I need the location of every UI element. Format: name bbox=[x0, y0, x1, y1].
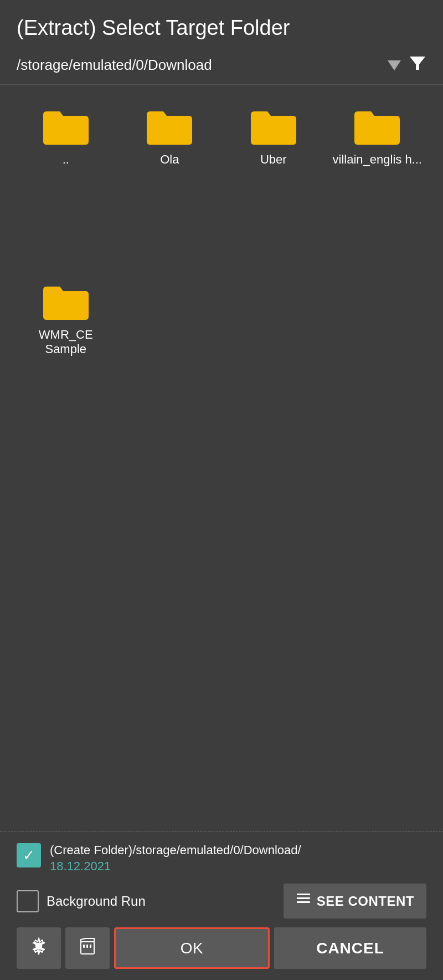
svg-rect-7 bbox=[83, 945, 85, 948]
folder-name-villain: villain_englis h... bbox=[333, 152, 422, 167]
path-dropdown-arrow[interactable] bbox=[388, 60, 401, 70]
path-bar: /storage/emulated/0/Download bbox=[0, 50, 443, 85]
create-folder-row: ✓ (Create Folder)/storage/emulated/0/Dow… bbox=[17, 842, 426, 874]
bottom-section: ✓ (Create Folder)/storage/emulated/0/Dow… bbox=[0, 831, 443, 980]
folder-icon bbox=[249, 107, 298, 147]
action-row: OK CANCEL bbox=[17, 927, 426, 980]
see-content-icon bbox=[296, 892, 311, 910]
svg-rect-2 bbox=[297, 897, 310, 899]
svg-marker-0 bbox=[410, 57, 425, 70]
see-content-button[interactable]: SEE CONTENT bbox=[284, 884, 426, 918]
create-folder-path: (Create Folder)/storage/emulated/0/Downl… bbox=[50, 842, 301, 859]
folder-icon bbox=[145, 107, 194, 147]
folder-name-uber: Uber bbox=[260, 152, 287, 167]
create-folder-info: (Create Folder)/storage/emulated/0/Downl… bbox=[50, 842, 301, 874]
folder-name-ola: Ola bbox=[160, 152, 179, 167]
folder-item-uber[interactable]: Uber bbox=[224, 101, 323, 271]
current-path: /storage/emulated/0/Download bbox=[17, 57, 388, 74]
folder-item-wmr[interactable]: WMR_CE Sample bbox=[17, 277, 115, 461]
folder-name-wmr: WMR_CE Sample bbox=[19, 328, 112, 357]
cancel-label: CANCEL bbox=[316, 940, 384, 957]
gear-icon bbox=[30, 937, 48, 959]
background-run-checkbox[interactable] bbox=[17, 890, 39, 912]
folder-item-parent[interactable]: .. bbox=[17, 101, 115, 271]
folder-item-ola[interactable]: Ola bbox=[121, 101, 219, 271]
cancel-button[interactable]: CANCEL bbox=[274, 927, 426, 969]
extract-dialog: (Extract) Select Target Folder /storage/… bbox=[0, 0, 443, 980]
svg-rect-1 bbox=[297, 894, 310, 895]
folder-icon bbox=[41, 107, 91, 147]
background-run-row: Background Run bbox=[17, 890, 146, 912]
folder-item-villain[interactable]: villain_englis h... bbox=[328, 101, 427, 271]
filter-icon[interactable] bbox=[409, 54, 426, 76]
empty-area bbox=[0, 472, 443, 831]
background-run-label: Background Run bbox=[47, 894, 146, 909]
middle-row: Background Run SEE CONTENT bbox=[17, 884, 426, 918]
settings-button[interactable] bbox=[17, 927, 61, 969]
title-bar: (Extract) Select Target Folder bbox=[0, 0, 443, 50]
folder-name-parent: .. bbox=[63, 152, 69, 167]
folder-icon bbox=[41, 282, 91, 322]
ok-label: OK bbox=[181, 940, 203, 957]
ok-button[interactable]: OK bbox=[114, 927, 270, 969]
dialog-title: (Extract) Select Target Folder bbox=[17, 16, 426, 41]
create-folder-checkbox[interactable]: ✓ bbox=[17, 843, 41, 867]
create-folder-date: 18.12.2021 bbox=[50, 859, 301, 874]
sd-card-button[interactable] bbox=[65, 927, 110, 969]
see-content-label: SEE CONTENT bbox=[317, 894, 414, 909]
checkmark-icon: ✓ bbox=[23, 847, 35, 864]
svg-rect-8 bbox=[86, 945, 88, 948]
svg-rect-9 bbox=[90, 945, 91, 948]
folder-icon bbox=[352, 107, 402, 147]
folder-grid: .. Ola Uber villain_ bbox=[0, 85, 443, 472]
sd-card-icon bbox=[80, 937, 95, 959]
svg-rect-3 bbox=[297, 901, 310, 903]
